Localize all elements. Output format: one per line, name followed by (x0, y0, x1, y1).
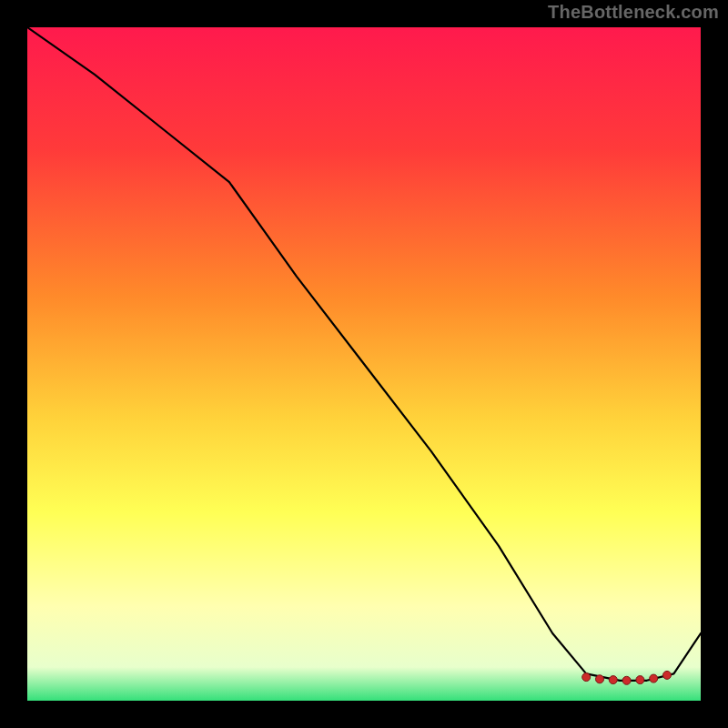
watermark-text: TheBottleneck.com (548, 2, 719, 23)
chart-frame: TheBottleneck.com (0, 0, 728, 728)
chart-svg (27, 27, 701, 701)
plot-area (27, 27, 701, 701)
